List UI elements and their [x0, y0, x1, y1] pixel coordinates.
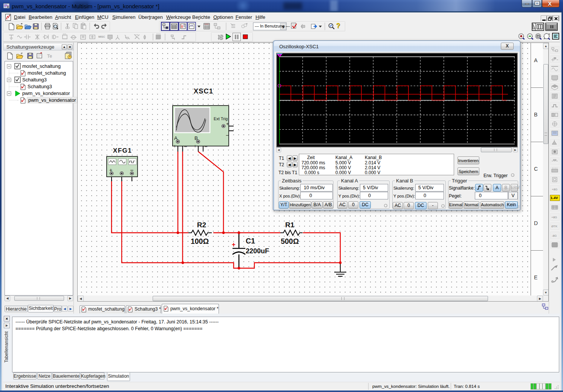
svg-text:+8G: +8G — [552, 188, 557, 191]
svg-text:+8G: +8G — [551, 216, 557, 219]
svg-text:MISC: MISC — [98, 35, 105, 38]
svg-text:-8G: -8G — [552, 234, 557, 237]
svg-text:ØTK: ØTK — [551, 225, 558, 228]
